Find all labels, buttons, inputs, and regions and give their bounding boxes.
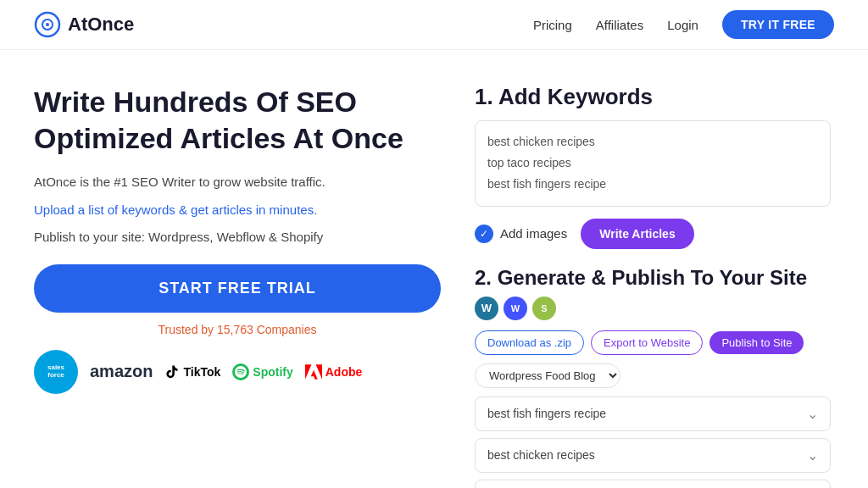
spotify-logo: Spotify bbox=[232, 358, 292, 385]
nav: Pricing Affiliates Login TRY IT FREE bbox=[533, 10, 834, 39]
publish-site-button[interactable]: Publish to Site bbox=[709, 331, 804, 354]
step1-title: 1. Add Keywords bbox=[475, 84, 831, 110]
export-website-button[interactable]: Export to Website bbox=[591, 330, 703, 355]
tiktok-icon bbox=[164, 364, 180, 380]
tiktok-logo: TikTok bbox=[164, 358, 220, 385]
svg-point-2 bbox=[46, 23, 49, 26]
webflow-icon: W bbox=[504, 297, 527, 320]
salesforce-logo: salesforce bbox=[34, 350, 78, 394]
keyword-box[interactable]: best chicken recipes top taco recipes be… bbox=[475, 120, 831, 207]
keyword-2: top taco recipes bbox=[487, 152, 818, 174]
actions-row: ✓ Add images Write Articles bbox=[475, 219, 831, 249]
adobe-logo: Adobe bbox=[305, 358, 363, 385]
right-panel: 1. Add Keywords best chicken recipes top… bbox=[475, 84, 831, 488]
article-row-1[interactable]: best fish fingers recipe ⌄ bbox=[475, 396, 831, 431]
keyword-3: best fish fingers recipe bbox=[487, 174, 818, 195]
header: AtOnce Pricing Affiliates Login TRY IT F… bbox=[0, 0, 868, 50]
wordpress-icon: W bbox=[475, 297, 498, 320]
hero-desc-3: Publish to your site: Wordpress, Webflow… bbox=[34, 228, 441, 247]
trusted-text: Trusted by 15,763 Companies bbox=[34, 323, 441, 336]
chevron-down-icon-1: ⌄ bbox=[807, 406, 818, 422]
hero-desc-2: Upload a list of keywords & get articles… bbox=[34, 201, 441, 220]
step2-title: 2. Generate & Publish To Your Site W W S bbox=[475, 266, 831, 320]
article-row-3[interactable]: top taco recipes ⌄ bbox=[475, 480, 831, 488]
company-logos: salesforce amazon TikTok bbox=[34, 350, 441, 394]
try-free-button[interactable]: TRY IT FREE bbox=[722, 10, 834, 39]
chevron-down-icon-2: ⌄ bbox=[807, 447, 818, 463]
start-trial-button[interactable]: START FREE TRIAL bbox=[34, 264, 441, 313]
shopify-icon: S bbox=[532, 297, 556, 320]
logo[interactable]: AtOnce bbox=[34, 11, 134, 38]
adobe-icon bbox=[305, 363, 322, 380]
logo-icon bbox=[34, 11, 61, 38]
main-content: Write Hundreds Of SEO Optimized Articles… bbox=[0, 50, 868, 488]
hero-section: Write Hundreds Of SEO Optimized Articles… bbox=[34, 84, 441, 488]
platform-icons: W W S bbox=[475, 297, 556, 320]
nav-login[interactable]: Login bbox=[667, 18, 698, 32]
hero-title: Write Hundreds Of SEO Optimized Articles… bbox=[34, 84, 441, 156]
nav-pricing[interactable]: Pricing bbox=[533, 18, 572, 32]
article-row-2[interactable]: best chicken recipes ⌄ bbox=[475, 438, 831, 473]
add-images-label[interactable]: ✓ Add images bbox=[475, 225, 567, 243]
hero-desc-1: AtOnce is the #1 SEO Writer to grow webs… bbox=[34, 173, 441, 192]
download-zip-button[interactable]: Download as .zip bbox=[475, 330, 584, 355]
amazon-logo: amazon bbox=[90, 358, 153, 385]
export-buttons: Download as .zip Export to Website Publi… bbox=[475, 330, 831, 355]
write-articles-button[interactable]: Write Articles bbox=[581, 219, 693, 249]
check-circle-icon: ✓ bbox=[475, 225, 493, 243]
logo-text: AtOnce bbox=[68, 14, 134, 36]
spotify-icon-svg bbox=[235, 366, 247, 378]
nav-affiliates[interactable]: Affiliates bbox=[596, 18, 643, 32]
wp-blog-select[interactable]: Wordpress Food Blog bbox=[475, 363, 620, 388]
keyword-1: best chicken recipes bbox=[487, 131, 818, 152]
